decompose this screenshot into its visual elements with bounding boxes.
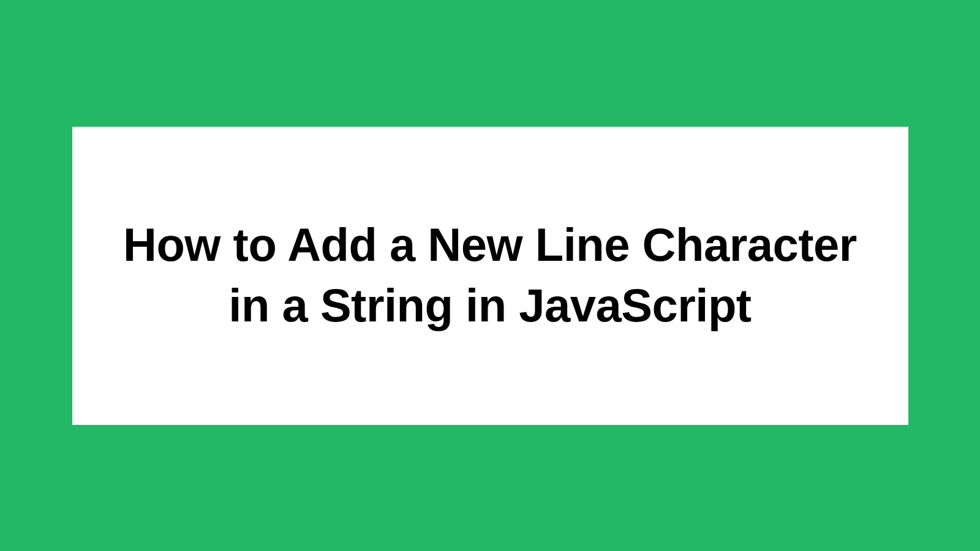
content-card: How to Add a New Line Character in a Str… — [72, 127, 908, 425]
page-title: How to Add a New Line Character in a Str… — [97, 215, 884, 336]
